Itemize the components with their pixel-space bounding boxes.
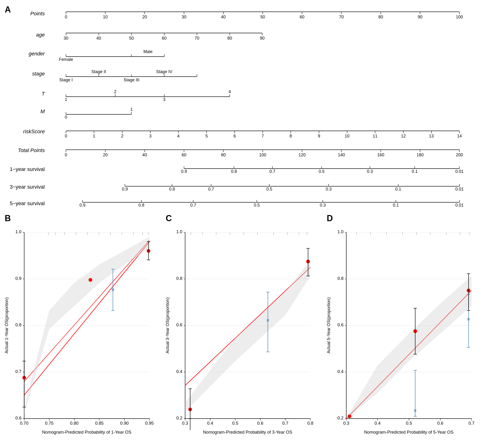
svg-text:0.6: 0.6 [437, 421, 443, 426]
svg-text:4: 4 [229, 89, 231, 94]
svg-text:1.0: 1.0 [337, 229, 343, 234]
svg-text:80: 80 [221, 152, 226, 157]
svg-text:0.70: 0.70 [20, 421, 29, 426]
svg-text:0: 0 [65, 134, 67, 138]
svg-text:60: 60 [300, 15, 304, 19]
svg-text:30: 30 [182, 15, 186, 19]
panel-c: C 0.2 0.4 0.6 0.8 1.0 0.3 [163, 212, 319, 443]
panel-d: D 0.2 0.4 0.6 0.8 1.0 0.3 0.4 [324, 212, 481, 443]
svg-text:0.6: 0.6 [15, 416, 22, 420]
svg-text:60: 60 [162, 36, 167, 40]
svg-text:Female: Female [59, 57, 73, 62]
svg-text:0.7: 0.7 [282, 421, 288, 426]
svg-text:0.1: 0.1 [393, 203, 399, 208]
svg-text:0.5: 0.5 [266, 187, 272, 192]
survival3yr-label: 3−year survival [10, 184, 45, 190]
stage-label: stage [32, 71, 45, 77]
panel-c-svg: 0.2 0.4 0.6 0.8 1.0 0.3 0.4 0.5 0.6 0.7 [163, 212, 319, 443]
svg-text:0.3: 0.3 [343, 421, 349, 426]
svg-text:0.8: 0.8 [138, 203, 144, 208]
svg-text:3: 3 [149, 134, 151, 138]
svg-text:0.3: 0.3 [320, 203, 326, 208]
svg-text:Stage IV: Stage IV [156, 69, 172, 74]
svg-text:2: 2 [114, 89, 117, 94]
svg-text:1.0: 1.0 [177, 229, 183, 234]
svg-text:60: 60 [182, 152, 186, 157]
svg-text:0: 0 [65, 15, 67, 19]
riskscore-label: riskScore [23, 128, 45, 134]
points-label: Points [30, 11, 45, 16]
svg-text:0.7: 0.7 [190, 203, 196, 208]
svg-text:Stage II: Stage II [91, 69, 106, 74]
svg-text:90: 90 [260, 36, 265, 40]
svg-text:120: 120 [298, 152, 306, 157]
svg-text:0.6: 0.6 [337, 322, 343, 327]
svg-text:8: 8 [289, 134, 292, 138]
svg-text:0.75: 0.75 [45, 421, 54, 426]
svg-text:0.4: 0.4 [177, 369, 183, 374]
svg-text:0.1: 0.1 [395, 187, 401, 192]
svg-text:Stage I: Stage I [59, 78, 73, 82]
svg-text:0.5: 0.5 [232, 421, 238, 426]
svg-text:Nomogram-Predicted Probability: Nomogram-Predicted Probability of 1-Year… [42, 430, 131, 435]
totalpoints-label: Total Points [18, 147, 45, 153]
svg-text:0.8: 0.8 [337, 276, 343, 281]
svg-text:30: 30 [64, 36, 68, 40]
svg-text:0.01: 0.01 [455, 203, 463, 208]
panel-d-svg: 0.2 0.4 0.6 0.8 1.0 0.3 0.4 0.5 0.6 0.7 [324, 212, 481, 443]
svg-text:7: 7 [262, 134, 264, 138]
panel-b: B 0.6 0.7 0.8 0.9 1.0 [2, 212, 159, 443]
nomogram-svg: Points 0 10 20 30 40 50 60 70 80 90 100 … [0, 2, 483, 208]
svg-text:80: 80 [227, 36, 232, 40]
svg-text:0.2: 0.2 [177, 416, 183, 420]
svg-text:0.6: 0.6 [257, 421, 263, 426]
panel-b-label: B [5, 213, 11, 223]
svg-text:Actual 5-Year OS(proportion): Actual 5-Year OS(proportion) [326, 297, 331, 353]
svg-text:10: 10 [103, 15, 108, 19]
svg-text:40: 40 [96, 36, 101, 40]
svg-text:40: 40 [221, 15, 226, 19]
panel-c-label: C [166, 213, 172, 223]
svg-text:0.95: 0.95 [145, 421, 154, 426]
svg-text:20: 20 [142, 15, 147, 19]
svg-text:0.85: 0.85 [95, 421, 104, 426]
svg-text:0.4: 0.4 [374, 421, 381, 426]
svg-text:0.8: 0.8 [15, 322, 22, 327]
svg-text:70: 70 [339, 15, 344, 19]
M-label: M [40, 108, 45, 114]
svg-text:0.8: 0.8 [307, 421, 314, 426]
svg-text:0.7: 0.7 [269, 169, 275, 174]
survival1yr-label: 1−year survival [10, 166, 45, 172]
bottom-panels: B 0.6 0.7 0.8 0.9 1.0 [0, 210, 483, 446]
svg-text:0: 0 [65, 152, 67, 157]
svg-text:0.5: 0.5 [319, 169, 324, 174]
svg-text:9: 9 [318, 134, 320, 138]
svg-text:14: 14 [457, 134, 462, 138]
svg-text:90: 90 [418, 15, 422, 19]
svg-text:0.4: 0.4 [337, 369, 343, 374]
svg-text:0.9: 0.9 [122, 187, 128, 192]
svg-text:Actual 1-Year OS(proportion): Actual 1-Year OS(proportion) [4, 297, 9, 353]
svg-text:0.7: 0.7 [15, 369, 22, 374]
svg-text:Nomogram-Predicted Probability: Nomogram-Predicted Probability of 5-Year… [364, 430, 453, 435]
b-point-2 [89, 278, 92, 282]
svg-text:5: 5 [205, 134, 208, 138]
svg-text:11: 11 [373, 134, 377, 138]
svg-text:160: 160 [377, 152, 384, 157]
survival5yr-label: 5−year survival [10, 200, 45, 206]
panel-a: A Points 0 10 20 30 40 50 60 70 80 90 10… [0, 2, 483, 208]
svg-text:0.3: 0.3 [182, 421, 188, 426]
svg-text:0.4: 0.4 [207, 421, 213, 426]
svg-text:0.5: 0.5 [406, 421, 412, 426]
svg-text:0.8: 0.8 [169, 187, 175, 192]
svg-text:0.90: 0.90 [120, 421, 129, 426]
svg-text:0.3: 0.3 [326, 187, 332, 192]
svg-text:10: 10 [345, 134, 349, 138]
svg-text:0.9: 0.9 [181, 169, 187, 174]
svg-text:0.3: 0.3 [367, 169, 373, 174]
svg-text:50: 50 [260, 15, 265, 19]
svg-text:0.6: 0.6 [177, 322, 183, 327]
svg-text:0.7: 0.7 [208, 187, 214, 192]
svg-text:3: 3 [163, 97, 165, 102]
svg-text:200: 200 [456, 152, 463, 157]
